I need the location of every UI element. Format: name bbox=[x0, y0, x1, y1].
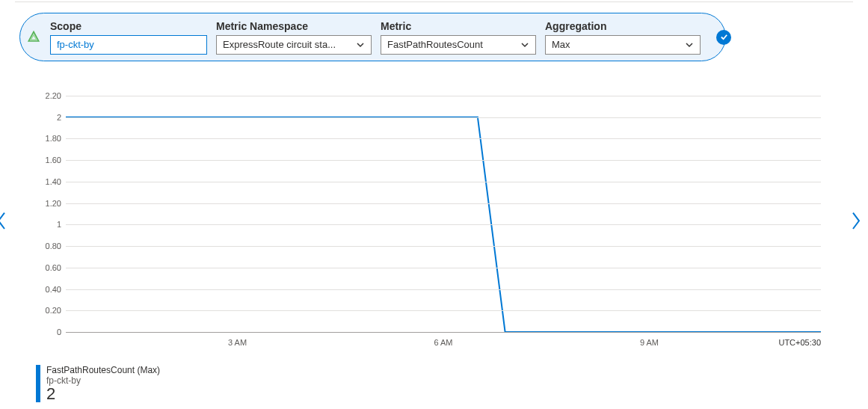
namespace-value: ExpressRoute circuit sta... bbox=[223, 39, 336, 50]
y-axis-tick: 1.80 bbox=[36, 134, 61, 143]
aggregation-label: Aggregation bbox=[545, 20, 701, 32]
legend-current-value: 2 bbox=[46, 386, 160, 402]
gridline bbox=[66, 289, 821, 290]
legend-series-name: FastPathRoutesCount (Max) bbox=[46, 365, 160, 375]
chevron-down-icon bbox=[685, 40, 694, 49]
metric-chart: UTC+05:30 00.200.400.600.8011.201.401.60… bbox=[36, 96, 821, 347]
x-axis-tick: 3 AM bbox=[228, 338, 247, 347]
aggregation-value: Max bbox=[552, 39, 570, 50]
scope-resource-icon bbox=[26, 30, 41, 45]
y-axis-tick: 0.20 bbox=[36, 306, 61, 315]
chevron-down-icon bbox=[356, 40, 365, 49]
metric-value: FastPathRoutesCount bbox=[387, 39, 483, 50]
x-axis-tick: 6 AM bbox=[434, 338, 452, 347]
gridline bbox=[66, 268, 821, 268]
timezone-label: UTC+05:30 bbox=[778, 338, 821, 347]
chevron-down-icon bbox=[520, 40, 529, 49]
gridline bbox=[66, 203, 821, 204]
x-axis-tick: 9 AM bbox=[640, 338, 659, 347]
y-axis-tick: 0 bbox=[36, 327, 61, 336]
namespace-label: Metric Namespace bbox=[216, 20, 372, 32]
gridline bbox=[66, 138, 821, 139]
top-divider bbox=[15, 1, 853, 2]
gridline bbox=[66, 117, 821, 118]
y-axis-tick: 2.20 bbox=[36, 91, 61, 100]
chart-legend[interactable]: FastPathRoutesCount (Max) fp-ckt-by 2 bbox=[36, 365, 160, 402]
y-axis-tick: 1.60 bbox=[36, 156, 61, 164]
gridline bbox=[66, 224, 821, 225]
legend-resource-name: fp-ckt-by bbox=[46, 375, 160, 386]
y-axis-tick: 0.60 bbox=[36, 263, 61, 272]
chart-series-svg bbox=[66, 96, 821, 332]
prev-time-range-button[interactable] bbox=[0, 211, 7, 229]
gridline bbox=[66, 246, 821, 247]
y-axis-tick: 1.40 bbox=[36, 177, 61, 186]
apply-check-icon[interactable] bbox=[716, 30, 731, 45]
gridline bbox=[66, 160, 821, 161]
gridline bbox=[66, 310, 821, 311]
metric-label: Metric bbox=[381, 20, 536, 32]
y-axis-tick: 1 bbox=[36, 220, 61, 229]
y-axis-tick: 1.20 bbox=[36, 199, 61, 208]
legend-color-swatch bbox=[36, 365, 40, 402]
scope-value: fp-ckt-by bbox=[57, 39, 94, 50]
aggregation-select[interactable]: Max bbox=[545, 35, 701, 55]
scope-select[interactable]: fp-ckt-by bbox=[50, 35, 207, 55]
next-time-range-button[interactable] bbox=[850, 211, 862, 229]
metric-select[interactable]: FastPathRoutesCount bbox=[381, 35, 536, 55]
gridline bbox=[66, 182, 821, 182]
plot-area bbox=[66, 96, 821, 332]
y-axis-tick: 0.80 bbox=[36, 242, 61, 250]
namespace-select[interactable]: ExpressRoute circuit sta... bbox=[216, 35, 372, 55]
y-axis-tick: 0.40 bbox=[36, 285, 61, 294]
scope-label: Scope bbox=[50, 20, 207, 32]
gridline bbox=[66, 332, 821, 333]
metric-selector-panel: Scope fp-ckt-by Metric Namespace Express… bbox=[19, 13, 726, 61]
y-axis-tick: 2 bbox=[36, 113, 61, 122]
gridline bbox=[66, 96, 821, 96]
